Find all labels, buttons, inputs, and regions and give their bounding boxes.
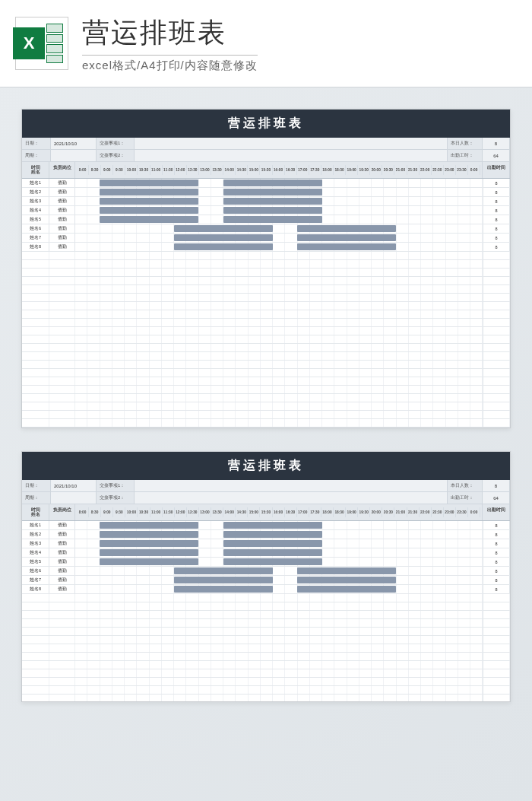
row-gantt — [75, 576, 483, 584]
empty-row — [22, 628, 510, 636]
shift-bar — [100, 216, 198, 223]
row-hours: 8 — [483, 179, 510, 187]
time-col-header: 18:00 — [321, 507, 334, 517]
time-col-header: 8:00 — [77, 507, 89, 517]
row-gantt — [75, 206, 483, 215]
shift-bar — [174, 225, 273, 232]
shift-bar — [297, 234, 396, 241]
empty-row — [22, 369, 510, 377]
time-col-header: 23:30 — [456, 165, 468, 175]
date-value: 2021/10/10 — [51, 138, 97, 149]
hours-label: 出勤工时： — [448, 492, 483, 504]
shift-bar — [174, 586, 273, 593]
row-role: 值勤 — [49, 567, 75, 575]
time-col-header: 0:00 — [468, 507, 480, 517]
shift-bar — [100, 549, 198, 556]
excel-icon: X — [15, 17, 68, 70]
hdr-sum: 出勤时间 — [483, 504, 510, 520]
time-col-header: 11:30 — [163, 507, 175, 517]
empty-row — [22, 594, 510, 602]
time-col-header: 13:30 — [211, 507, 223, 517]
time-col-header: 9:00 — [101, 165, 113, 175]
row-name: 姓名6 — [22, 567, 49, 575]
empty-row — [22, 602, 510, 611]
time-col-header: 13:30 — [211, 165, 223, 175]
time-col-header: 10:00 — [125, 165, 138, 175]
shift-bar — [223, 549, 322, 556]
schedule-row: 姓名8 值勤 8 — [22, 585, 510, 594]
count-label: 本日人数： — [448, 480, 483, 491]
row-hours: 8 — [483, 224, 510, 233]
shift-bar — [223, 531, 322, 538]
row-hours: 8 — [483, 206, 510, 215]
week-value — [51, 492, 97, 504]
shift-bar — [100, 198, 198, 205]
schedule-header: 时间姓名 负责岗位 8:008:309:009:3010:0010:3011:0… — [22, 162, 510, 179]
time-col-header: 17:30 — [309, 507, 321, 517]
time-col-header: 8:30 — [89, 165, 101, 175]
date-label: 日期： — [22, 480, 51, 491]
row-name: 姓名8 — [22, 243, 49, 251]
row-role: 值勤 — [49, 197, 75, 205]
shift-bar — [223, 189, 322, 195]
time-col-header: 16:30 — [285, 165, 297, 175]
empty-row — [22, 644, 510, 653]
sheet-title: 营运排班表 — [22, 110, 510, 138]
shift-bar — [297, 225, 396, 232]
row-role: 值勤 — [49, 215, 75, 224]
shift-bar — [223, 198, 322, 205]
shift-bar — [100, 180, 198, 186]
time-col-header: 10:30 — [138, 165, 150, 175]
row-role: 值勤 — [49, 539, 75, 548]
time-col-header: 17:30 — [309, 165, 321, 175]
row-gantt — [75, 530, 483, 539]
schedule-row: 姓名6 值勤 8 — [22, 567, 510, 576]
time-col-header: 17:00 — [297, 165, 309, 175]
schedule-row: 姓名2 值勤 8 — [22, 530, 510, 539]
hdr-sum: 出勤时间 — [483, 162, 510, 178]
hours-value: 64 — [483, 492, 510, 504]
row-gantt — [75, 215, 483, 224]
row-name: 姓名5 — [22, 558, 49, 566]
date-value: 2021/10/10 — [51, 480, 97, 491]
row-gantt — [75, 234, 483, 242]
shift-bar — [174, 577, 273, 583]
row-hours: 8 — [483, 521, 510, 529]
note1-label: 交接事项1： — [97, 138, 135, 149]
time-col-header: 15:30 — [260, 507, 272, 517]
shift-bar — [223, 180, 322, 186]
row-gantt — [75, 243, 483, 251]
row-role: 值勤 — [49, 234, 75, 242]
row-gantt — [75, 539, 483, 548]
count-value: 8 — [483, 480, 510, 491]
time-col-header: 15:30 — [260, 165, 272, 175]
row-name: 姓名1 — [22, 179, 49, 187]
shift-bar — [223, 216, 322, 223]
schedule-row: 姓名2 值勤 8 — [22, 188, 510, 197]
empty-row — [22, 335, 510, 344]
row-name: 姓名2 — [22, 530, 49, 539]
schedule-row: 姓名5 值勤 8 — [22, 558, 510, 567]
shift-bar — [174, 243, 273, 250]
row-hours: 8 — [483, 585, 510, 593]
time-col-header: 10:00 — [125, 507, 138, 517]
row-gantt — [75, 585, 483, 593]
preview-stack: 营运排班表 日期： 2021/10/10 交接事项1： 本日人数： 8 周期： … — [0, 95, 532, 801]
time-col-header: 22:00 — [420, 165, 432, 175]
time-col-header: 16:00 — [273, 165, 285, 175]
time-col-header: 16:30 — [285, 507, 297, 517]
schedule-header: 时间姓名 负责岗位 8:008:309:009:3010:0010:3011:0… — [22, 504, 510, 521]
row-name: 姓名5 — [22, 215, 49, 224]
row-hours: 8 — [483, 548, 510, 557]
empty-row — [22, 678, 510, 686]
shift-bar — [174, 234, 273, 241]
row-hours: 8 — [483, 234, 510, 242]
row-hours: 8 — [483, 188, 510, 196]
row-role: 值勤 — [49, 530, 75, 539]
empty-row — [22, 361, 510, 369]
empty-row — [22, 611, 510, 619]
row-hours: 8 — [483, 243, 510, 251]
note2-label: 交接事项2： — [97, 150, 135, 161]
hours-label: 出勤工时： — [448, 150, 483, 161]
shift-bar — [297, 567, 396, 574]
